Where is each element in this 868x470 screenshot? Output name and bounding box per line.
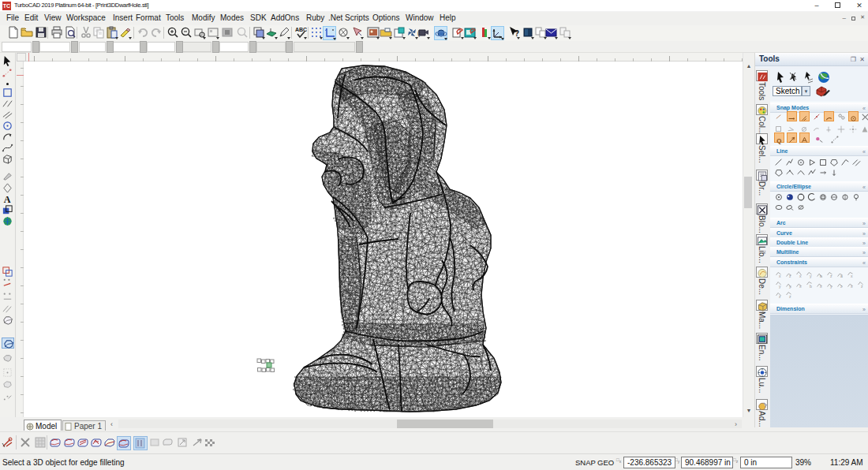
svg-text:z: z <box>779 294 781 299</box>
svg-text:b: b <box>810 284 812 289</box>
svg-text:x: x <box>799 284 802 289</box>
svg-text:y: y <box>830 284 832 289</box>
svg-text:x: x <box>851 284 853 289</box>
svg-text:z: z <box>789 294 791 299</box>
svg-text:x: x <box>820 284 822 289</box>
svg-text:z: z <box>840 284 843 289</box>
svg-text:z: z <box>861 284 863 289</box>
svg-text:Q: Q <box>776 137 781 144</box>
